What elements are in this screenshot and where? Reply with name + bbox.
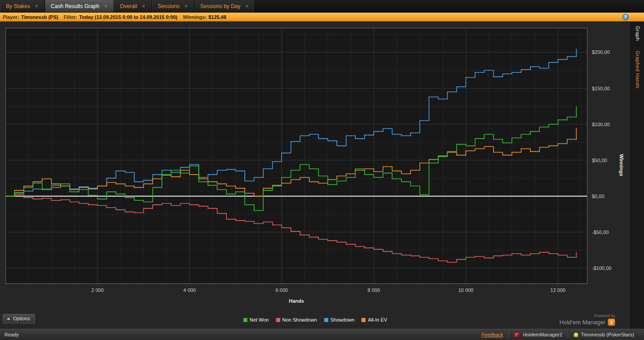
svg-text:8 000: 8 000 xyxy=(368,287,380,293)
svg-text:$200,00: $200,00 xyxy=(592,49,610,55)
legend-label: All-In EV xyxy=(368,317,387,322)
sidebar-tab-graph[interactable]: Graph xyxy=(635,26,640,41)
close-icon[interactable]: × xyxy=(103,3,108,9)
tab-by-stakes[interactable]: By Stakes × xyxy=(0,0,45,12)
powered-by: Powered by Hold'em Manager 2 xyxy=(560,314,615,326)
close-icon[interactable]: × xyxy=(184,3,189,9)
filter-bar: Player: Timonessb (PS) Filter: Today (13… xyxy=(0,13,644,22)
filter-value: Today (13.09.2015 0:00 to 14.09.2015 0:0… xyxy=(79,14,177,20)
close-icon[interactable]: × xyxy=(141,3,146,9)
svg-text:$0,00: $0,00 xyxy=(592,194,604,199)
winnings-value: $125,48 xyxy=(208,14,226,20)
holdem-manager-wordmark: Hold'em Manager xyxy=(560,319,605,326)
x-axis-title: Hands xyxy=(5,298,587,304)
winnings-label: Winnings: xyxy=(183,14,207,20)
tab-label: Sessions by Day xyxy=(200,3,240,9)
legend-label: Showdown xyxy=(331,317,355,322)
tab-label: Sessions xyxy=(158,3,180,9)
cash-results-chart[interactable]: 2 0004 0006 0008 00010 00012 000$200,00$… xyxy=(5,28,625,297)
help-icon[interactable]: ? xyxy=(622,14,629,20)
options-button-label: Options xyxy=(13,316,30,321)
svg-text:2 000: 2 000 xyxy=(91,287,104,293)
user-icon xyxy=(573,332,578,337)
right-sidebar: Graph Graphed Hands xyxy=(631,22,644,329)
tab-sessions-by-day[interactable]: Sessions by Day × xyxy=(194,0,255,12)
svg-text:-$50,00: -$50,00 xyxy=(592,230,609,235)
svg-text:4 000: 4 000 xyxy=(183,287,196,293)
legend-item: All-In EV xyxy=(362,317,387,322)
tab-label: By Stakes xyxy=(6,3,30,9)
chart-legend: Net WonNon ShowdownShowdownAll-In EV xyxy=(243,317,387,322)
filter-label: Filter: xyxy=(64,14,78,20)
tab-overall[interactable]: Overall × xyxy=(114,0,152,12)
player-label: Player: xyxy=(3,14,19,20)
tab-label: Cash Results Graph xyxy=(51,3,99,9)
legend-color-swatch xyxy=(243,318,247,322)
legend-color-swatch xyxy=(324,318,328,322)
content-row: 2 0004 0006 0008 00010 00012 000$200,00$… xyxy=(0,22,644,329)
svg-text:10 000: 10 000 xyxy=(458,287,473,293)
svg-text:-$100,00: -$100,00 xyxy=(592,265,611,271)
hm2-flag-icon xyxy=(514,332,520,337)
legend-item: Non Showdown xyxy=(276,317,317,322)
tab-label: Overall xyxy=(120,3,137,9)
svg-text:6 000: 6 000 xyxy=(275,287,288,293)
status-account-item[interactable]: Timonessb (PokerStars) xyxy=(568,331,640,338)
svg-text:$150,00: $150,00 xyxy=(592,86,610,91)
status-app-item[interactable]: HoldemManager2 xyxy=(508,331,567,338)
status-ready-text: Ready xyxy=(4,332,19,337)
sidebar-tab-graphed-hands[interactable]: Graphed Hands xyxy=(635,51,640,88)
legend-item: Net Won xyxy=(243,317,269,322)
chevron-up-icon xyxy=(7,318,10,320)
tab-cash-results-graph[interactable]: Cash Results Graph × xyxy=(45,0,114,12)
hm2-badge-icon: 2 xyxy=(608,318,615,326)
svg-text:$100,00: $100,00 xyxy=(592,122,610,127)
status-account-name: Timonessb (PokerStars) xyxy=(581,332,634,337)
status-app-name: HoldemManager2 xyxy=(523,332,562,337)
status-bar: Ready Feedback HoldemManager2 Timonessb … xyxy=(0,329,644,340)
chart-panel: 2 0004 0006 0008 00010 00012 000$200,00$… xyxy=(0,22,631,329)
close-icon[interactable]: × xyxy=(244,3,249,9)
tab-sessions[interactable]: Sessions × xyxy=(152,0,194,12)
svg-text:$50,00: $50,00 xyxy=(592,158,607,163)
close-icon[interactable]: × xyxy=(34,3,39,9)
legend-item: Showdown xyxy=(324,317,355,322)
y-axis-title: Winnings xyxy=(619,154,624,176)
player-value: Timonessb (PS) xyxy=(21,14,58,20)
options-button[interactable]: Options xyxy=(3,314,35,323)
legend-label: Non Showdown xyxy=(282,317,317,322)
tab-bar: By Stakes × Cash Results Graph × Overall… xyxy=(0,0,644,13)
legend-label: Net Won xyxy=(250,317,269,322)
feedback-link[interactable]: Feedback xyxy=(481,332,508,337)
hm2-window: By Stakes × Cash Results Graph × Overall… xyxy=(0,0,644,340)
powered-by-text: Powered by xyxy=(560,314,615,318)
legend-color-swatch xyxy=(276,318,280,322)
svg-text:12 000: 12 000 xyxy=(551,287,566,293)
legend-color-swatch xyxy=(362,318,366,322)
